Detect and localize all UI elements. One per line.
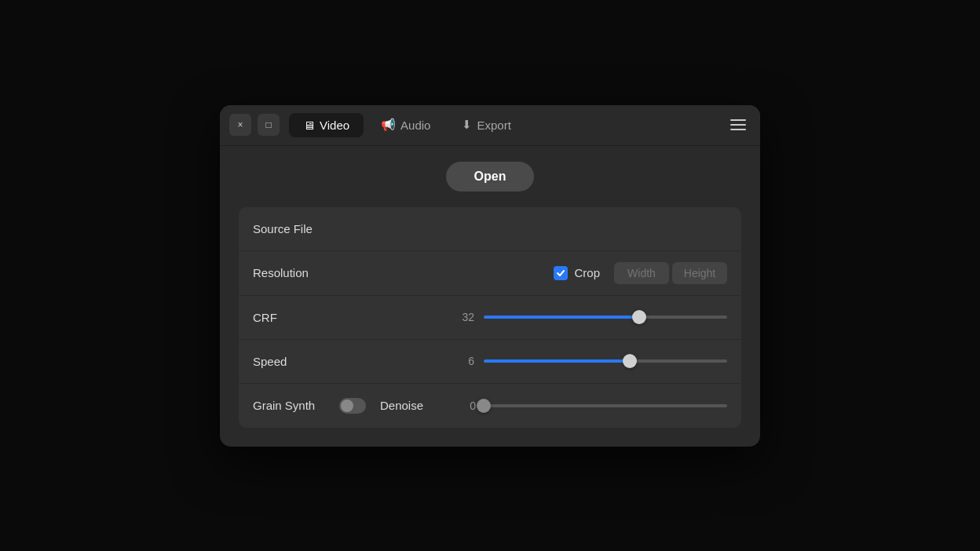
close-icon: × bbox=[237, 119, 243, 130]
tab-video-label: Video bbox=[320, 119, 349, 132]
export-icon: ⬇ bbox=[462, 118, 472, 132]
crf-label: CRF bbox=[253, 311, 339, 324]
close-button[interactable]: × bbox=[229, 114, 251, 136]
speed-value: 6 bbox=[459, 355, 474, 367]
speed-label: Speed bbox=[253, 355, 339, 368]
app-window: × □ 🖥 Video 📢 Audio ⬇ Export bbox=[220, 105, 760, 447]
resolution-controls: Crop bbox=[339, 262, 727, 284]
grain-synth-toggle[interactable] bbox=[339, 398, 366, 414]
speed-row: Speed 6 bbox=[239, 340, 741, 384]
crf-slider-area: 32 bbox=[339, 309, 727, 325]
source-file-label: Source File bbox=[253, 222, 339, 235]
tab-export-label: Export bbox=[477, 119, 510, 132]
resolution-row: Resolution Crop bbox=[239, 251, 741, 296]
denoise-label: Denoise bbox=[380, 399, 423, 412]
dimension-inputs bbox=[614, 262, 727, 284]
crf-value: 32 bbox=[459, 311, 474, 323]
menu-button[interactable] bbox=[726, 112, 751, 137]
main-content: Open Source File Resolution bbox=[220, 146, 760, 447]
crf-slider-wrap bbox=[484, 309, 727, 325]
title-bar: × □ 🖥 Video 📢 Audio ⬇ Export bbox=[220, 105, 760, 146]
crop-label: Crop bbox=[574, 266, 600, 279]
checkmark-icon bbox=[556, 268, 565, 278]
crf-row: CRF 32 bbox=[239, 296, 741, 340]
tab-audio-label: Audio bbox=[400, 119, 430, 132]
menu-line-2 bbox=[730, 124, 746, 126]
crop-checkbox[interactable] bbox=[554, 266, 568, 280]
source-file-row: Source File bbox=[239, 207, 741, 251]
open-button-wrapper: Open bbox=[239, 162, 741, 192]
audio-icon: 📢 bbox=[381, 118, 396, 132]
tab-export[interactable]: ⬇ Export bbox=[448, 112, 525, 137]
speed-slider-area: 6 bbox=[339, 353, 727, 369]
resolution-label: Resolution bbox=[253, 266, 339, 279]
grain-synth-controls: Denoise 0 bbox=[339, 398, 727, 414]
denoise-value: 0 bbox=[460, 400, 476, 412]
settings-panel: Source File Resolution Crop bbox=[239, 207, 741, 428]
denoise-slider-wrap bbox=[484, 398, 727, 414]
minimize-button[interactable]: □ bbox=[258, 114, 280, 136]
grain-synth-label: Grain Synth bbox=[253, 399, 339, 412]
window-controls: × □ bbox=[229, 114, 280, 136]
minimize-icon: □ bbox=[265, 119, 271, 130]
grain-synth-row: Grain Synth Denoise 0 bbox=[239, 384, 741, 428]
denoise-slider-area: 0 bbox=[431, 398, 727, 414]
height-input[interactable] bbox=[672, 262, 727, 284]
menu-line-1 bbox=[730, 119, 746, 121]
tab-audio[interactable]: 📢 Audio bbox=[367, 112, 444, 137]
speed-slider-wrap bbox=[484, 353, 727, 369]
tab-video[interactable]: 🖥 Video bbox=[289, 113, 364, 137]
video-icon: 🖥 bbox=[303, 119, 315, 132]
open-button[interactable]: Open bbox=[446, 162, 535, 192]
toggle-knob bbox=[341, 400, 353, 412]
menu-line-3 bbox=[730, 129, 746, 130]
crop-checkbox-area: Crop bbox=[554, 266, 600, 280]
width-input[interactable] bbox=[614, 262, 669, 284]
tabs-container: 🖥 Video 📢 Audio ⬇ Export bbox=[289, 112, 726, 137]
